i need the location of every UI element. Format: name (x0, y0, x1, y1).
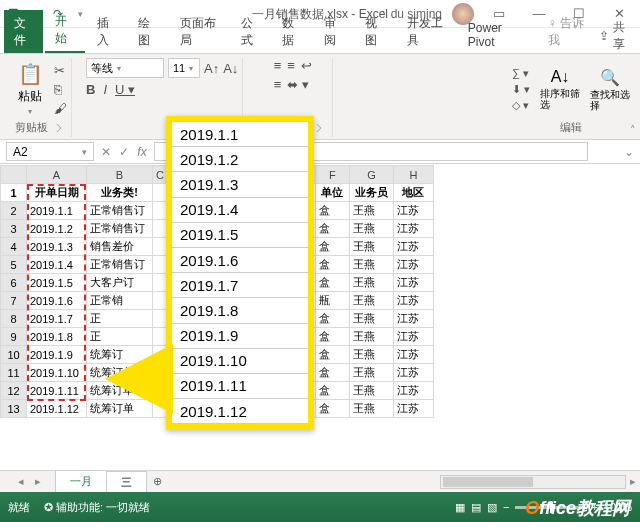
cell-2H[interactable]: 江苏 (393, 202, 433, 220)
bold-button[interactable]: B (86, 82, 95, 97)
tab-home[interactable]: 开始 (45, 8, 84, 53)
row-header-10[interactable]: 10 (1, 346, 27, 364)
tab-view[interactable]: 视图 (355, 10, 394, 53)
cell-13B[interactable]: 统筹订单 (87, 400, 153, 418)
sheet-nav[interactable]: ◂ ▸ (18, 475, 45, 488)
font-size-select[interactable]: 11▾ (168, 58, 200, 78)
cell-2B[interactable]: 正常销售订 (87, 202, 153, 220)
cell-6B[interactable]: 大客户订 (87, 274, 153, 292)
cell-4A[interactable]: 2019.1.3 (27, 238, 87, 256)
cell-10F[interactable]: 盒 (315, 346, 349, 364)
align-middle-icon[interactable]: ≡ (287, 58, 295, 73)
tab-review[interactable]: 审阅 (314, 10, 353, 53)
row-header-8[interactable]: 8 (1, 310, 27, 328)
cell-11A[interactable]: 2019.1.10 (27, 364, 87, 382)
italic-button[interactable]: I (103, 82, 107, 97)
row-header-5[interactable]: 5 (1, 256, 27, 274)
tab-draw[interactable]: 绘图 (128, 10, 167, 53)
row-header-3[interactable]: 3 (1, 220, 27, 238)
col-header-A[interactable]: A (27, 166, 87, 184)
cell-7B[interactable]: 正常销 (87, 292, 153, 310)
row-header-9[interactable]: 9 (1, 328, 27, 346)
view-normal-icon[interactable]: ▦ (455, 501, 465, 514)
paste-button[interactable]: 📋 粘贴 ▾ (10, 62, 50, 116)
collapse-ribbon-icon[interactable]: ˄ (630, 124, 636, 137)
cell-10G[interactable]: 王燕 (349, 346, 393, 364)
cell-1G[interactable]: 业务员 (349, 184, 393, 202)
zoom-out-icon[interactable]: − (503, 501, 509, 513)
cell-9F[interactable]: 盒 (315, 328, 349, 346)
tab-layout[interactable]: 页面布局 (170, 10, 229, 53)
cell-7A[interactable]: 2019.1.6 (27, 292, 87, 310)
worksheet-grid[interactable]: ABCDEFGH1开单日期业务类!规格数量单位业务员地区22019.1.1正常销… (0, 165, 640, 492)
sheet-tab-1[interactable]: 一月 (55, 470, 107, 494)
row-header-1[interactable]: 1 (1, 184, 27, 202)
cell-4F[interactable]: 盒 (315, 238, 349, 256)
expand-formula-icon[interactable]: ⌄ (618, 140, 640, 163)
cell-7G[interactable]: 王燕 (349, 292, 393, 310)
align-top-icon[interactable]: ≡ (274, 58, 282, 73)
col-header-B[interactable]: B (87, 166, 153, 184)
cell-3G[interactable]: 王燕 (349, 220, 393, 238)
cell-6A[interactable]: 2019.1.5 (27, 274, 87, 292)
cell-7H[interactable]: 江苏 (393, 292, 433, 310)
cell-5G[interactable]: 王燕 (349, 256, 393, 274)
cell-5B[interactable]: 正常销售订 (87, 256, 153, 274)
cell-8B[interactable]: 正 (87, 310, 153, 328)
cell-10A[interactable]: 2019.1.9 (27, 346, 87, 364)
cell-1F[interactable]: 单位 (315, 184, 349, 202)
cell-2A[interactable]: 2019.1.1 (27, 202, 87, 220)
cell-5H[interactable]: 江苏 (393, 256, 433, 274)
view-layout-icon[interactable]: ▤ (471, 501, 481, 514)
tab-formulas[interactable]: 公式 (231, 10, 270, 53)
col-header-H[interactable]: H (393, 166, 433, 184)
font-name-select[interactable]: 等线▾ (86, 58, 164, 78)
cell-8H[interactable]: 江苏 (393, 310, 433, 328)
cell-4H[interactable]: 江苏 (393, 238, 433, 256)
merge-center-icon[interactable]: ⬌ ▾ (287, 77, 309, 92)
tab-insert[interactable]: 插入 (87, 10, 126, 53)
align-left-icon[interactable]: ≡ (274, 77, 282, 92)
cell-8A[interactable]: 2019.1.7 (27, 310, 87, 328)
cell-3A[interactable]: 2019.1.2 (27, 220, 87, 238)
cell-6H[interactable]: 江苏 (393, 274, 433, 292)
format-painter-icon[interactable]: 🖌 (54, 101, 67, 116)
cell-9H[interactable]: 江苏 (393, 328, 433, 346)
cell-6G[interactable]: 王燕 (349, 274, 393, 292)
copy-icon[interactable]: ⎘ (54, 82, 67, 97)
view-pagebreak-icon[interactable]: ▧ (487, 501, 497, 514)
cell-9G[interactable]: 王燕 (349, 328, 393, 346)
cell-12H[interactable]: 江苏 (393, 382, 433, 400)
cell-8G[interactable]: 王燕 (349, 310, 393, 328)
cell-5A[interactable]: 2019.1.4 (27, 256, 87, 274)
row-header-7[interactable]: 7 (1, 292, 27, 310)
sheet-tab-2[interactable]: 三 (106, 471, 147, 493)
row-header-2[interactable]: 2 (1, 202, 27, 220)
find-select-button[interactable]: 🔍 查找和选择 (590, 68, 630, 111)
cell-4B[interactable]: 销售差价 (87, 238, 153, 256)
cell-11H[interactable]: 江苏 (393, 364, 433, 382)
sort-filter-button[interactable]: A↓ 排序和筛选 (540, 68, 580, 110)
col-header-G[interactable]: G (349, 166, 393, 184)
select-all-corner[interactable] (1, 166, 27, 184)
tell-me[interactable]: ♀ 告诉我 (538, 10, 597, 53)
row-header-11[interactable]: 11 (1, 364, 27, 382)
cell-13A[interactable]: 2019.1.12 (27, 400, 87, 418)
clipboard-launcher[interactable] (53, 123, 61, 131)
cell-4G[interactable]: 王燕 (349, 238, 393, 256)
cell-2F[interactable]: 盒 (315, 202, 349, 220)
cell-7F[interactable]: 瓶 (315, 292, 349, 310)
row-header-4[interactable]: 4 (1, 238, 27, 256)
cell-1A[interactable]: 开单日期 (27, 184, 87, 202)
horizontal-scrollbar[interactable]: ▸ (440, 475, 640, 489)
cell-11F[interactable]: 盒 (315, 364, 349, 382)
cell-2G[interactable]: 王燕 (349, 202, 393, 220)
underline-button[interactable]: U ▾ (115, 82, 135, 97)
cell-6F[interactable]: 盒 (315, 274, 349, 292)
decrease-font-icon[interactable]: A↓ (223, 61, 238, 76)
cut-icon[interactable]: ✂ (54, 63, 67, 78)
cell-9A[interactable]: 2019.1.8 (27, 328, 87, 346)
share-button[interactable]: ⇪共享 (599, 19, 630, 53)
cell-8F[interactable]: 盒 (315, 310, 349, 328)
cell-12G[interactable]: 王燕 (349, 382, 393, 400)
